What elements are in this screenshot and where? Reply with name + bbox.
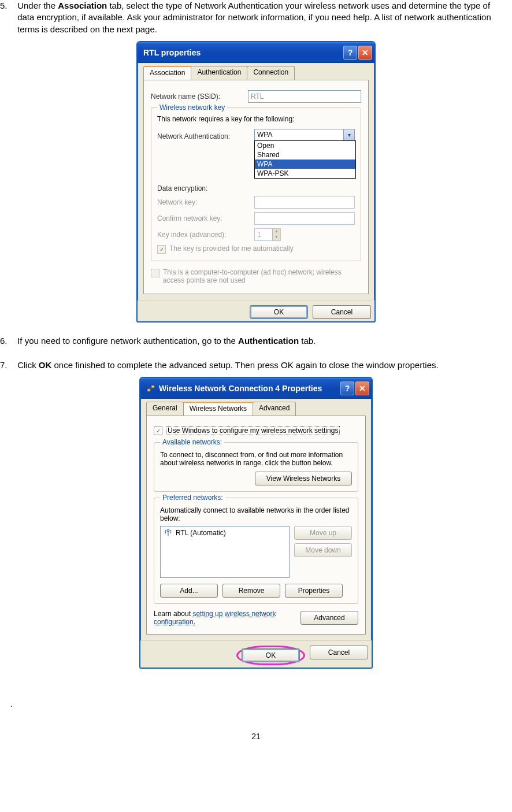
cancel-button[interactable]: Cancel [310,646,368,659]
text: Click [17,360,39,370]
dropdown-option-selected[interactable]: WPA [255,160,355,169]
dropdown-option[interactable]: WPA-PSK [255,169,355,178]
auto-key-checkbox: ✓ [157,245,166,254]
tab-general[interactable]: General [146,402,184,416]
ok-button[interactable]: OK [250,305,308,319]
ssid-label: Network name (SSID): [151,92,243,101]
move-up-button: Move up [294,526,352,540]
close-icon[interactable]: ✕ [355,381,369,395]
tab-authentication[interactable]: Authentication [191,66,247,80]
advanced-button[interactable]: Advanced [300,611,358,625]
ssid-input[interactable] [248,90,361,103]
spin-down-icon: ▼ [272,235,280,240]
title-bar[interactable]: RTL properties ? ✕ [138,42,374,63]
remove-button[interactable]: Remove [222,584,280,598]
page-number: 21 [0,732,512,741]
network-key-input [254,196,355,209]
association-panel: Network name (SSID): Wireless network ke… [143,80,369,294]
auto-key-label: The key is provided for me automatically [169,244,294,253]
instruction-step-7: 7. Click OK once finished to complete th… [0,359,512,371]
window-title: Wireless Network Connection 4 Properties [159,384,322,393]
tab-advanced[interactable]: Advanced [253,402,296,416]
bold: OK [39,360,52,370]
network-auth-label: Network Authentication: [157,132,250,140]
text: tab. [299,336,316,346]
tab-connection[interactable]: Connection [247,66,295,80]
close-icon[interactable]: ✕ [358,46,372,60]
help-icon[interactable]: ? [340,381,354,395]
view-wireless-networks-button[interactable]: View Wireless Networks [255,472,352,485]
dropdown-option[interactable]: Shared [255,150,355,160]
data-encryption-label: Data encryption: [157,184,250,192]
ok-button[interactable]: OK [242,648,300,662]
bold: Authentication [238,336,299,346]
move-down-button: Move down [294,543,352,557]
preferred-networks-group: Preferred networks: Automatically connec… [154,498,358,604]
tab-bar: General Wireless Networks Advanced [146,402,366,416]
tab-association[interactable]: Association [143,66,191,80]
ok-highlight-annotation: OK [236,646,305,665]
wireless-network-key-group: Wireless network key This network requir… [151,107,361,261]
key-index-spinner: 1 ▲▼ [254,228,281,241]
preferred-networks-list[interactable]: RTL (Automatic) [160,526,290,578]
confirm-key-label: Confirm network key: [157,214,250,223]
text: once finished to complete the advanced s… [51,360,438,370]
group-caption: This network requires a key for the foll… [157,115,355,123]
available-caption: To connect to, disconnect from, or find … [160,451,352,467]
preferred-caption: Automatically connect to available netwo… [160,506,352,522]
network-key-label: Network key: [157,198,250,206]
svg-rect-0 [147,389,150,391]
instruction-step-6: 6. If you need to configure network auth… [0,335,512,347]
stray-dot: . [0,699,512,709]
properties-button[interactable]: Properties [285,584,343,598]
rtl-properties-dialog: RTL properties ? ✕ Association Authentic… [136,41,376,322]
dropdown-selected: WPA [257,131,272,139]
tab-wireless-networks[interactable]: Wireless Networks [183,402,253,416]
dropdown-option[interactable]: Open [255,141,355,150]
title-bar[interactable]: Wireless Network Connection 4 Properties… [140,378,372,399]
learn-text: Learn about [154,610,192,618]
key-index-label: Key index (advanced): [157,231,250,239]
help-icon[interactable]: ? [343,46,357,60]
text: Under the [17,1,58,10]
chevron-down-icon[interactable]: ▾ [343,129,354,141]
list-item-label: RTL (Automatic) [176,529,226,537]
list-item[interactable]: RTL (Automatic) [162,528,288,538]
tab-bar: Association Authentication Connection [143,66,369,80]
use-windows-checkbox[interactable]: ✓ [154,427,162,435]
window-title: RTL properties [143,48,201,57]
available-networks-group: Available networks: To connect to, disco… [154,442,358,492]
antenna-icon [164,529,172,537]
text: If you need to configure network authent… [17,336,238,346]
wireless-connection-properties-dialog: Wireless Network Connection 4 Properties… [139,377,373,669]
group-title: Wireless network key [157,103,227,112]
adhoc-label: This is a computer-to-computer (ad hoc) … [163,268,359,284]
bold: Association [58,1,107,10]
use-windows-label: Use Windows to configure my wireless net… [166,426,340,435]
network-auth-dropdown[interactable]: WPA ▾ Open Shared WPA WPA-PSK [254,129,355,144]
step-num: 7. [0,359,15,371]
instruction-step-5: 5. Under the Association tab, select the… [0,0,512,35]
group-title: Preferred networks: [160,494,225,502]
dropdown-list: Open Shared WPA WPA-PSK [254,140,356,179]
step-num: 6. [0,335,15,347]
adhoc-checkbox [151,269,159,277]
wireless-networks-panel: ✓ Use Windows to configure my wireless n… [146,416,366,635]
spin-up-icon: ▲ [272,229,280,235]
confirm-key-input [254,212,355,225]
cancel-button[interactable]: Cancel [313,305,371,319]
add-button[interactable]: Add... [160,584,218,598]
connection-icon [146,384,155,393]
step-num: 5. [0,0,15,12]
svg-rect-1 [151,385,154,388]
group-title: Available networks: [160,438,224,446]
